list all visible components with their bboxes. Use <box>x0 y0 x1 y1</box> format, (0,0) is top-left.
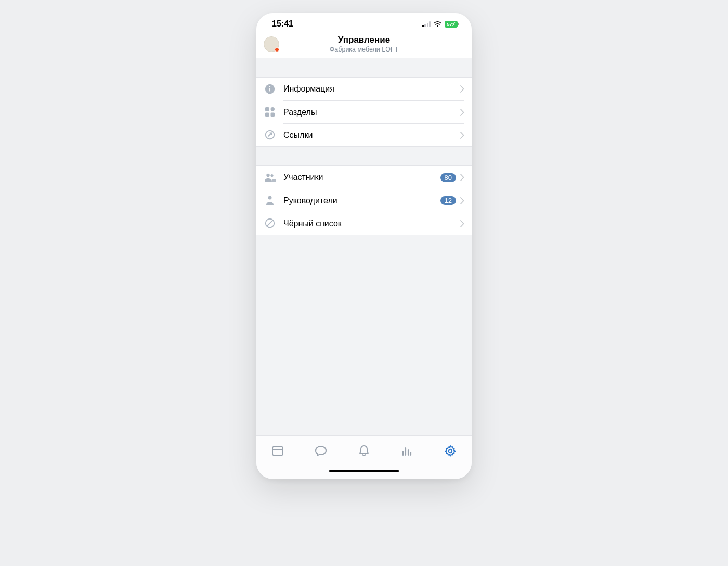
tab-stats[interactable] <box>385 445 428 457</box>
tab-notifications[interactable] <box>343 444 386 458</box>
sections-icon <box>264 106 276 118</box>
row-label: Участники <box>283 173 436 182</box>
tab-settings[interactable] <box>428 444 472 458</box>
chevron-right-icon <box>460 197 464 204</box>
row-label: Ссылки <box>283 131 456 140</box>
signal-icon <box>422 21 431 27</box>
page-title: Управление <box>264 35 464 45</box>
row-links[interactable]: Ссылки <box>256 123 472 146</box>
count-badge: 12 <box>440 196 456 205</box>
group-members: Участники 80 Руководители 12 <box>256 165 472 235</box>
row-blocklist[interactable]: Чёрный список <box>256 212 472 235</box>
svg-rect-6 <box>271 113 275 117</box>
svg-point-2 <box>269 86 270 87</box>
svg-point-9 <box>270 174 273 177</box>
info-icon <box>264 83 276 95</box>
status-bar: 15:41 57⚡︎ <box>256 13 472 33</box>
svg-rect-1 <box>269 88 270 92</box>
admin-icon <box>264 194 276 207</box>
row-label: Руководители <box>283 196 436 205</box>
chevron-right-icon <box>460 109 464 116</box>
svg-rect-5 <box>265 113 269 117</box>
status-time: 15:41 <box>272 19 293 29</box>
tab-browser[interactable] <box>256 444 300 458</box>
home-indicator-area <box>256 466 472 479</box>
blocklist-icon <box>264 217 276 229</box>
svg-rect-13 <box>272 446 283 456</box>
svg-point-19 <box>448 449 451 452</box>
status-indicators: 57⚡︎ <box>422 21 460 28</box>
page-subtitle: Фабрика мебели LOFT <box>264 46 464 54</box>
row-label: Чёрный список <box>283 219 456 228</box>
row-sections[interactable]: Разделы <box>256 100 472 123</box>
wifi-icon <box>433 21 442 27</box>
members-icon <box>264 171 276 184</box>
nav-titles: Управление Фабрика мебели LOFT <box>264 35 464 54</box>
row-participants[interactable]: Участники 80 <box>256 166 472 189</box>
chevron-right-icon <box>460 132 464 139</box>
svg-rect-3 <box>265 107 269 111</box>
content-scroll[interactable]: Информация Разделы Ссылки <box>256 58 472 435</box>
chevron-right-icon <box>460 220 464 227</box>
phone-frame: 15:41 57⚡︎ Управление Фабрика мебели LOF… <box>256 13 472 479</box>
nav-header: Управление Фабрика мебели LOFT <box>256 33 472 58</box>
row-label: Разделы <box>283 108 456 117</box>
home-indicator[interactable] <box>329 470 399 472</box>
battery-text: 57 <box>447 21 452 27</box>
row-label: Информация <box>283 84 456 94</box>
svg-rect-4 <box>271 107 275 111</box>
row-admins[interactable]: Руководители 12 <box>256 189 472 212</box>
row-information[interactable]: Информация <box>256 78 472 100</box>
group-settings: Информация Разделы Ссылки <box>256 77 472 147</box>
tab-messages[interactable] <box>300 444 343 458</box>
chevron-right-icon <box>460 174 464 181</box>
count-badge: 80 <box>440 173 456 182</box>
svg-line-12 <box>267 221 273 226</box>
chevron-right-icon <box>460 85 464 93</box>
svg-point-8 <box>266 174 269 177</box>
link-icon <box>264 128 276 141</box>
tab-bar <box>256 435 472 466</box>
avatar[interactable] <box>264 36 279 52</box>
svg-point-10 <box>268 196 272 200</box>
battery-icon: 57⚡︎ <box>445 21 459 28</box>
